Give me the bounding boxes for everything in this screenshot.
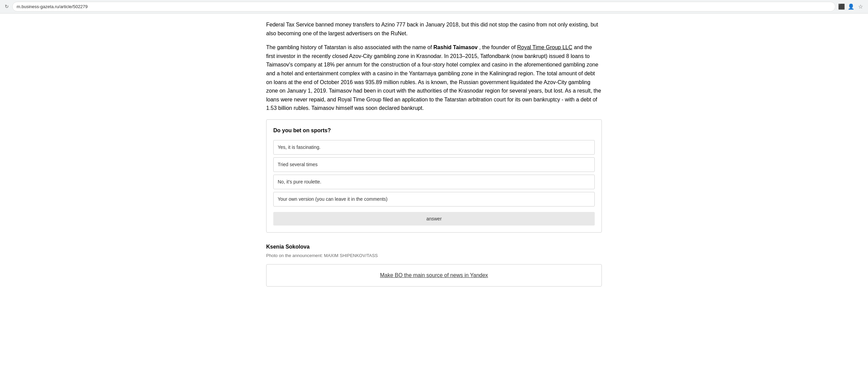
poll-option-3-text: No, it's pure roulette. bbox=[278, 179, 321, 184]
paragraph-1-text: Federal Tax Service banned money transfe… bbox=[266, 22, 598, 36]
royal-time-link[interactable]: Royal Time Group LLC bbox=[517, 44, 572, 50]
author-section: Ksenia Sokolova Photo on the announcemen… bbox=[266, 243, 602, 259]
paragraph-2-body: and the first investor in the recently c… bbox=[266, 44, 601, 111]
yandex-banner: Make BO the main source of news in Yande… bbox=[266, 264, 602, 287]
browser-chrome: ↻ m.business-gazeta.ru/article/502279 ⬛ … bbox=[0, 0, 868, 14]
url-text: m.business-gazeta.ru/article/502279 bbox=[17, 3, 88, 10]
poll-option-1[interactable]: Yes, it is fascinating. bbox=[273, 140, 595, 155]
photo-credit: Photo on the announcement: MAXIM SHIPENK… bbox=[266, 252, 602, 259]
author-name: Ksenia Sokolova bbox=[266, 243, 602, 251]
address-bar[interactable]: m.business-gazeta.ru/article/502279 bbox=[12, 2, 835, 12]
poll-option-3[interactable]: No, it's pure roulette. bbox=[273, 175, 595, 189]
profile-icon[interactable]: 👤 bbox=[848, 3, 854, 10]
browser-actions: ⬛ 👤 ☆ bbox=[838, 3, 864, 10]
reload-icon[interactable]: ↻ bbox=[4, 4, 9, 9]
author-name-bold: Rashid Taimasov bbox=[433, 44, 477, 50]
article-body: Federal Tax Service banned money transfe… bbox=[266, 20, 602, 113]
star-icon[interactable]: ☆ bbox=[857, 3, 864, 10]
paragraph-2-intro: The gambling history of Tatarstan is als… bbox=[266, 44, 433, 50]
poll-option-4[interactable]: Your own version (you can leave it in th… bbox=[273, 192, 595, 207]
poll-option-4-text: Your own version (you can leave it in th… bbox=[278, 196, 388, 202]
poll-option-2-text: Tried several times bbox=[278, 162, 318, 167]
poll-box: Do you bet on sports? Yes, it is fascina… bbox=[266, 119, 602, 233]
poll-option-1-text: Yes, it is fascinating. bbox=[278, 144, 320, 150]
article-paragraph-1: Federal Tax Service banned money transfe… bbox=[266, 20, 602, 38]
cast-icon[interactable]: ⬛ bbox=[838, 3, 845, 10]
poll-answer-button[interactable]: answer bbox=[273, 212, 595, 226]
poll-option-2[interactable]: Tried several times bbox=[273, 157, 595, 172]
page-content: Federal Tax Service banned money transfe… bbox=[259, 14, 609, 300]
poll-question: Do you bet on sports? bbox=[273, 126, 595, 135]
article-paragraph-2: The gambling history of Tatarstan is als… bbox=[266, 43, 602, 113]
paragraph-2-connector: , the founder of bbox=[478, 44, 517, 50]
yandex-link[interactable]: Make BO the main source of news in Yande… bbox=[380, 272, 488, 278]
